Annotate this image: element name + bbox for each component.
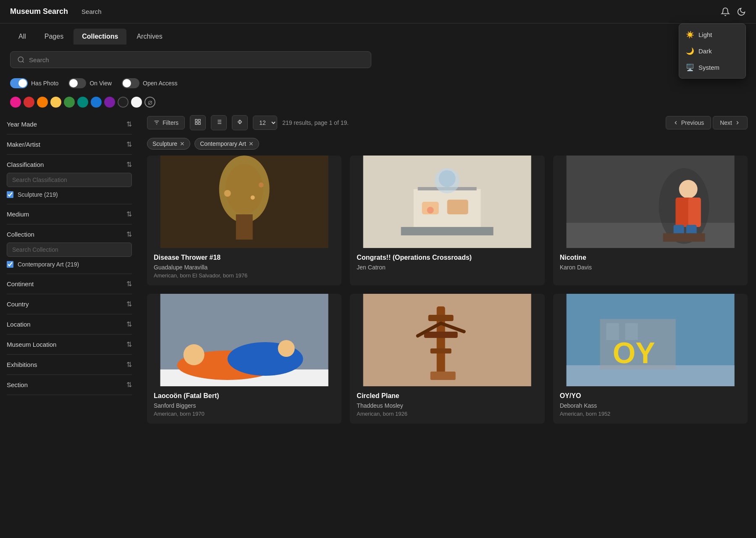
tab-archives[interactable]: Archives <box>128 29 171 45</box>
art-title-6: OY/YO <box>560 392 741 400</box>
swatch-purple[interactable] <box>104 97 115 108</box>
theme-toggle-icon[interactable] <box>737 7 746 16</box>
filters-btn-label: Filters <box>163 119 178 126</box>
chevron-section-icon: ⇅ <box>126 381 132 389</box>
svg-rect-39 <box>688 198 701 227</box>
swatch-white[interactable] <box>131 97 142 108</box>
filter-location-label: Location <box>7 321 31 328</box>
svg-point-47 <box>184 344 205 365</box>
art-card-1[interactable]: Disease Thrower #18 Guadalupe Maravilla … <box>147 156 341 285</box>
classification-search-input[interactable] <box>7 173 132 187</box>
search-icon <box>17 56 25 63</box>
search-nav-button[interactable]: Search <box>78 6 105 17</box>
filter-museum-location-label: Museum Location <box>7 341 56 348</box>
art-card-3[interactable]: Nicotine Karon Davis <box>553 156 748 285</box>
has-photo-toggle[interactable] <box>10 78 28 88</box>
filter-classification-toggle[interactable]: Classification ⇅ <box>7 161 132 169</box>
tab-all[interactable]: All <box>10 29 34 45</box>
theme-dark-option[interactable]: 🌙 Dark <box>679 43 746 59</box>
swatch-dark[interactable] <box>118 97 129 108</box>
filter-collection: Collection ⇅ Contemporary Art (219) <box>7 224 132 274</box>
tab-collections[interactable]: Collections <box>74 29 126 45</box>
filter-collection-label: Collection <box>7 231 34 238</box>
art-info-4: Laocoön (Fatal Bert) Sanford Biggers Ame… <box>147 386 341 424</box>
search-input[interactable] <box>29 56 364 63</box>
filter-location-toggle[interactable]: Location ⇅ <box>7 320 132 328</box>
grid-view-button[interactable] <box>190 115 206 130</box>
svg-rect-8 <box>198 122 200 124</box>
checkbox-sculpture[interactable] <box>7 191 13 198</box>
main-layout: Year Made ⇅ Maker/Artist ⇅ Classificatio… <box>0 111 756 424</box>
theme-dark-label: Dark <box>698 47 712 55</box>
previous-page-button[interactable]: Previous <box>666 116 711 129</box>
notifications-icon[interactable] <box>721 7 730 16</box>
chevron-collection-icon: ⇅ <box>126 230 132 238</box>
art-artist-2: Jen Catron <box>357 264 538 271</box>
filter-continent-toggle[interactable]: Continent ⇅ <box>7 280 132 288</box>
svg-rect-31 <box>401 227 494 235</box>
list-view-button[interactable] <box>211 115 227 130</box>
swatch-yellow[interactable] <box>50 97 61 108</box>
next-icon <box>735 120 740 126</box>
remove-sculpture-icon[interactable]: ✕ <box>180 140 185 147</box>
art-card-6[interactable]: OY OY/YO Deborah Kass American, born 195… <box>553 294 748 424</box>
filter-maker-artist-toggle[interactable]: Maker/Artist ⇅ <box>7 140 132 148</box>
art-info-6: OY/YO Deborah Kass American, born 1952 <box>553 386 748 424</box>
theme-light-option[interactable]: ☀️ Light <box>679 26 746 43</box>
filter-continent: Continent ⇅ <box>7 274 132 294</box>
filter-item-contemporary-art[interactable]: Contemporary Art (219) <box>7 261 132 268</box>
nav-tabs: All Pages Collections Archives <box>0 24 756 45</box>
filter-exhibitions-toggle[interactable]: Exhibitions ⇅ <box>7 361 132 369</box>
filter-collection-toggle[interactable]: Collection ⇅ <box>7 230 132 238</box>
on-view-toggle[interactable] <box>68 78 86 88</box>
filter-tag-contemporary-art[interactable]: Contemporary Art ✕ <box>194 138 259 150</box>
filter-medium-toggle[interactable]: Medium ⇅ <box>7 210 132 218</box>
swatch-orange[interactable] <box>37 97 48 108</box>
swatch-blue[interactable] <box>91 97 102 108</box>
results-count: 219 results, page 1 of 19. <box>282 119 349 126</box>
tab-pages[interactable]: Pages <box>36 29 72 45</box>
art-card-5[interactable]: Circled Plane Thaddeus Mosley American, … <box>350 294 544 424</box>
next-page-button[interactable]: Next <box>713 116 748 129</box>
filter-museum-location-toggle[interactable]: Museum Location ⇅ <box>7 340 132 348</box>
swatch-none[interactable]: ⌀ <box>144 97 155 108</box>
filters-icon <box>153 119 160 126</box>
svg-rect-6 <box>198 119 200 121</box>
filters-button[interactable]: Filters <box>147 116 185 129</box>
svg-point-18 <box>226 164 263 214</box>
art-card-2[interactable]: Congrats!! (Operations Crossroads) Jen C… <box>350 156 544 285</box>
chevron-year-made-icon: ⇅ <box>126 120 132 128</box>
controls-bar: Has Photo On View Open Access <box>0 75 756 93</box>
art-grid: Disease Thrower #18 Guadalupe Maravilla … <box>147 156 748 424</box>
swatch-pink[interactable] <box>10 97 21 108</box>
filter-country-toggle[interactable]: Country ⇅ <box>7 300 132 308</box>
filter-tag-contemporary-art-label: Contemporary Art <box>200 140 246 147</box>
swatch-teal[interactable] <box>77 97 88 108</box>
filter-year-made-toggle[interactable]: Year Made ⇅ <box>7 120 132 128</box>
swatch-green[interactable] <box>64 97 75 108</box>
svg-rect-56 <box>430 372 456 380</box>
checkbox-contemporary-art[interactable] <box>7 261 13 268</box>
theme-system-label: System <box>698 64 719 71</box>
art-card-4[interactable]: Laocoön (Fatal Bert) Sanford Biggers Ame… <box>147 294 341 424</box>
collection-search-input[interactable] <box>7 243 132 257</box>
filter-tag-sculpture[interactable]: Sculpture ✕ <box>147 138 190 150</box>
content-area: Filters <box>139 111 756 424</box>
art-title-1: Disease Thrower #18 <box>154 254 335 261</box>
filter-country-label: Country <box>7 301 29 308</box>
svg-point-22 <box>259 182 264 187</box>
filter-section-toggle[interactable]: Section ⇅ <box>7 381 132 389</box>
theme-system-option[interactable]: 🖥️ System <box>679 59 746 76</box>
chevron-continent-icon: ⇅ <box>126 280 132 288</box>
filter-item-sculpture[interactable]: Sculpture (219) <box>7 191 132 198</box>
swatch-red[interactable] <box>24 97 34 108</box>
art-meta-4: American, born 1970 <box>154 411 335 417</box>
sort-button[interactable] <box>232 115 248 130</box>
next-label: Next <box>720 119 732 126</box>
per-page-select[interactable]: 12 24 48 <box>253 116 277 130</box>
open-access-toggle[interactable] <box>122 78 139 88</box>
svg-rect-51 <box>428 315 454 321</box>
open-access-knob <box>123 79 131 87</box>
svg-point-0 <box>18 57 23 62</box>
remove-contemporary-art-icon[interactable]: ✕ <box>249 140 254 147</box>
